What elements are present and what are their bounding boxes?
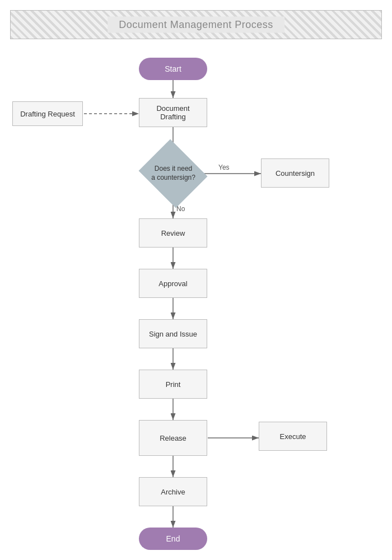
yes-label: Yes	[218, 164, 230, 171]
header-title: Document Management Process	[108, 17, 284, 33]
end-label: End	[166, 534, 180, 543]
review-node: Review	[139, 218, 207, 248]
review-label: Review	[161, 229, 185, 237]
execute-label: Execute	[280, 432, 306, 441]
end-node: End	[139, 528, 207, 550]
countersign-node: Countersign	[261, 158, 329, 188]
sign-and-issue-node: Sign and Issue	[139, 319, 207, 348]
drafting-request-node: Drafting Request	[12, 101, 83, 126]
print-node: Print	[139, 370, 207, 399]
document-drafting-label: Document Drafting	[156, 104, 189, 121]
release-label: Release	[160, 434, 186, 442]
flowchart: Yes No Start Document Drafting Drafting …	[0, 48, 392, 560]
archive-label: Archive	[161, 488, 185, 496]
approval-node: Approval	[139, 269, 207, 298]
release-node: Release	[139, 420, 207, 456]
execute-node: Execute	[259, 422, 327, 451]
document-drafting-node: Document Drafting	[139, 98, 207, 127]
diamond-label: Does it need a countersign?	[151, 165, 195, 182]
sign-and-issue-label: Sign and Issue	[149, 330, 197, 338]
drafting-request-label: Drafting Request	[20, 110, 75, 118]
countersign-diamond: Does it need a countersign?	[138, 139, 207, 208]
start-label: Start	[165, 64, 181, 73]
print-label: Print	[166, 380, 181, 389]
countersign-label: Countersign	[276, 169, 315, 178]
archive-node: Archive	[139, 477, 207, 506]
header: Document Management Process	[10, 10, 382, 39]
approval-label: Approval	[158, 279, 187, 288]
start-node: Start	[139, 58, 207, 80]
